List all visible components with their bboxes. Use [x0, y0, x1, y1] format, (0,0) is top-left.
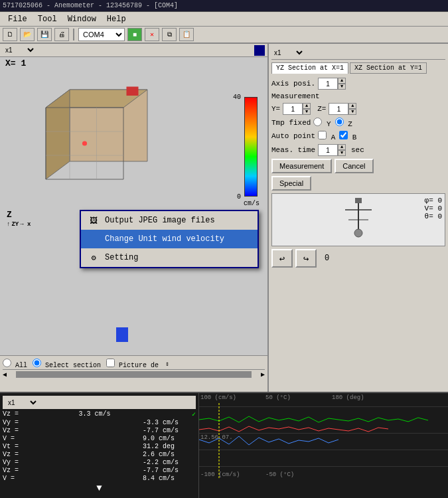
open-button[interactable]: 📂: [20, 28, 35, 41]
right-panel-dropdown[interactable]: x1: [271, 48, 305, 57]
jpeg-icon: 🖼: [88, 214, 100, 226]
check-a[interactable]: [318, 131, 327, 139]
z-spinbox[interactable]: ▲ ▼: [329, 103, 356, 115]
right-panel-header: x1: [271, 46, 445, 60]
meas-time-unit: sec: [351, 146, 364, 154]
meas-time-input[interactable]: [318, 144, 338, 156]
meas-time-up[interactable]: ▲: [338, 144, 346, 150]
disconnect-button[interactable]: ✕: [145, 28, 159, 41]
table-row: Vt = 31.2 deg: [3, 443, 196, 450]
all-radio-label[interactable]: All: [3, 359, 27, 369]
meas-time-arrows[interactable]: ▲ ▼: [338, 144, 346, 156]
y-spinbox[interactable]: ▲ ▼: [283, 103, 311, 115]
cancel-button[interactable]: Cancel: [335, 159, 373, 173]
tab-yz-section[interactable]: YZ Section at X=1: [271, 62, 348, 74]
menu-tool[interactable]: Tool: [33, 13, 62, 25]
y-down[interactable]: ▼: [303, 109, 311, 115]
data-left-panel: x1 Vz = 3.3 cm/s ✓ Vy = -3.3 cm/s Vz = -…: [0, 393, 199, 498]
menu-help[interactable]: Help: [102, 13, 131, 25]
bottom-panel: x1 Vz = 3.3 cm/s ✓ Vy = -3.3 cm/s Vz = -…: [0, 392, 448, 498]
z-input[interactable]: [329, 103, 348, 115]
table-row: Vy = -2.2 cm/s: [3, 459, 196, 466]
svg-point-13: [354, 229, 362, 237]
save-button[interactable]: 💾: [37, 28, 52, 41]
3d-box-container: [33, 84, 166, 203]
instrument-svg: [338, 197, 378, 243]
scale-bottom-label: 0: [237, 193, 241, 201]
waveform-green: [199, 416, 428, 422]
table-row: Vy = -3.3 cm/s: [3, 419, 196, 426]
data-dropdown[interactable]: x1: [5, 398, 38, 407]
toolbar: 🗋 📂 💾 🖨 COM4 ■ ✕ ⧉ 📋: [0, 27, 448, 44]
scroll-down-indicator[interactable]: ▼: [3, 483, 196, 493]
counter-display: 0: [325, 254, 329, 263]
context-menu: 🖼 Output JPEG image files Change Unit wi…: [80, 210, 259, 268]
tab-xz-section[interactable]: XZ Section at Y=1: [350, 62, 427, 74]
data-header: x1: [3, 396, 196, 409]
expand-button[interactable]: [254, 45, 265, 56]
svg-rect-8: [127, 87, 139, 96]
3d-box-svg: [33, 84, 166, 203]
axis-pos-down[interactable]: ▼: [338, 84, 346, 90]
z-up[interactable]: ▲: [348, 103, 356, 109]
nav-back-button[interactable]: ↩: [271, 249, 293, 268]
picture-checkbox[interactable]: [106, 359, 115, 367]
print-button[interactable]: 🖨: [54, 28, 69, 41]
menu-window[interactable]: Window: [62, 13, 102, 25]
yz-row: Y= ▲ ▼ Z= ▲ ▼: [271, 103, 445, 115]
nav-forward-button[interactable]: ↪: [295, 249, 317, 268]
meas-time-down[interactable]: ▼: [338, 150, 346, 156]
picture-check-label[interactable]: Picture de: [106, 359, 159, 369]
meas-time-spinbox[interactable]: ▲ ▼: [318, 144, 346, 156]
axis-z-label: Z ↑ ZY → x: [7, 210, 31, 228]
ctx-wind-item[interactable]: Change Unit wind velocity: [81, 230, 258, 248]
y-arrows[interactable]: ▲ ▼: [303, 103, 311, 115]
copy-button[interactable]: ⧉: [162, 28, 177, 41]
horizontal-scrollbar[interactable]: ◀ ▶: [3, 369, 265, 378]
scroll-left-btn[interactable]: ◀: [3, 371, 7, 378]
check-b-label[interactable]: B: [339, 131, 356, 141]
paste-button[interactable]: 📋: [179, 28, 194, 41]
measurement-label-row: Measurement: [271, 92, 445, 100]
axis-pos-row: Axis posi. ▲ ▼: [271, 78, 445, 90]
menu-file[interactable]: File: [3, 13, 33, 25]
scroll-arrows[interactable]: ⇕: [165, 360, 169, 368]
special-button[interactable]: Special: [271, 176, 311, 191]
table-row: Vz = 3.3 cm/s ✓: [3, 410, 196, 418]
scale-top-label: 40: [233, 94, 241, 101]
all-radio[interactable]: [3, 359, 11, 367]
new-button[interactable]: 🗋: [3, 28, 17, 41]
radio-row: All Select section Picture de ⇕: [3, 359, 265, 369]
title-text: 5717025066 - Anemometer - 123456789 - [C…: [3, 2, 178, 9]
radio-z-label[interactable]: Z: [335, 118, 352, 128]
color-scale-bar: [244, 97, 258, 197]
tmp-radio-group: Y Z: [313, 118, 352, 128]
axis-pos-spinbox[interactable]: ▲ ▼: [318, 78, 346, 90]
axis-pos-input[interactable]: [318, 78, 338, 90]
comport-select[interactable]: COM4: [78, 28, 125, 41]
select-radio-label[interactable]: Select section: [33, 359, 101, 369]
axis-pos-up[interactable]: ▲: [338, 78, 346, 84]
connect-button[interactable]: ■: [127, 28, 142, 41]
meas-time-row: Meas. time ▲ ▼ sec: [271, 144, 445, 156]
radio-y-label[interactable]: Y: [313, 118, 331, 128]
z-arrows[interactable]: ▲ ▼: [348, 103, 356, 115]
y-input[interactable]: [283, 103, 303, 115]
ctx-jpeg-item[interactable]: 🖼 Output JPEG image files: [81, 211, 258, 230]
angle-display: φ= 0 V= 0 θ= 0: [422, 194, 445, 223]
check-a-label[interactable]: A: [318, 131, 335, 141]
select-radio[interactable]: [33, 359, 41, 367]
check-b[interactable]: [339, 131, 348, 139]
ctx-setting-item[interactable]: ⚙ Setting: [81, 248, 258, 267]
z-down[interactable]: ▼: [348, 109, 356, 115]
y-up[interactable]: ▲: [303, 103, 311, 109]
waveform-red: [199, 426, 388, 432]
phi-row: φ= 0: [425, 197, 442, 205]
measurement-button[interactable]: Measurement: [271, 159, 332, 173]
radio-z[interactable]: [335, 118, 344, 126]
axis-pos-arrows[interactable]: ▲ ▼: [338, 78, 346, 90]
scroll-track[interactable]: [16, 371, 252, 378]
scroll-right-btn[interactable]: ▶: [261, 371, 265, 378]
left-panel-dropdown[interactable]: x1: [3, 46, 36, 54]
radio-y[interactable]: [313, 118, 322, 126]
